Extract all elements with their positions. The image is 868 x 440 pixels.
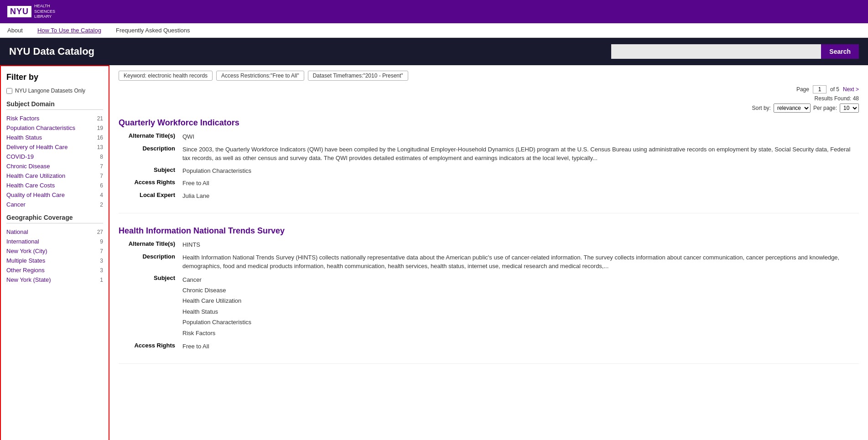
results-found: Results Found: 48 bbox=[119, 95, 859, 102]
dataset-row-alt-title-2: Alternate Title(s) HINTS bbox=[119, 240, 859, 249]
geo-item-count: 1 bbox=[100, 277, 103, 283]
geographic-coverage-list: National 27International 9New York (City… bbox=[6, 227, 103, 285]
sort-select[interactable]: relevance title date bbox=[774, 104, 811, 113]
search-input[interactable] bbox=[611, 44, 821, 59]
dataset-entry-1: Quarterly Workforce Indicators Alternate… bbox=[119, 118, 859, 213]
geo-item-label[interactable]: Other Regions bbox=[6, 267, 45, 274]
dataset-row-expert-1: Local Expert Julia Lane bbox=[119, 192, 859, 201]
list-item: Health Care Utilization 7 bbox=[6, 171, 103, 181]
subject-value-1: Population Characteristics bbox=[182, 166, 859, 176]
subject-item-label[interactable]: Health Care Costs bbox=[6, 182, 55, 189]
filter-tag-access[interactable]: Access Restrictions:"Free to All" bbox=[216, 71, 304, 81]
desc-value-2: Health Information National Trends Surve… bbox=[182, 253, 859, 271]
dataset-row-subject-1: Subject Population Characteristics bbox=[119, 166, 859, 176]
access-value-1: Free to All bbox=[182, 179, 859, 188]
active-filters: Keyword: electronic health records Acces… bbox=[119, 71, 859, 81]
filter-tag-timeframe[interactable]: Dataset Timeframes:"2010 - Present" bbox=[308, 71, 408, 81]
geo-item-count: 9 bbox=[100, 238, 103, 245]
search-button[interactable]: Search bbox=[821, 44, 859, 59]
subject-item-label[interactable]: Cancer bbox=[6, 201, 26, 208]
alt-title-value-1: QWI bbox=[182, 132, 859, 141]
nyu-langone-check[interactable]: NYU Langone Datasets Only bbox=[6, 88, 103, 94]
of-label: of 5 bbox=[830, 86, 839, 93]
geo-item-label[interactable]: International bbox=[6, 238, 39, 245]
subject-label-1: Subject bbox=[119, 166, 182, 176]
access-value-2: Free to All bbox=[182, 342, 859, 351]
subject-item-label[interactable]: Delivery of Health Care bbox=[6, 144, 68, 150]
catalog-header: NYU Data Catalog Search bbox=[0, 38, 868, 65]
list-item: Quality of Health Care 4 bbox=[6, 190, 103, 200]
subject-item-label[interactable]: Risk Factors bbox=[6, 115, 39, 122]
subject-value-item: Risk Factors bbox=[182, 328, 859, 338]
subject-item-count: 8 bbox=[100, 154, 103, 160]
subject-value-item: Cancer bbox=[182, 274, 859, 285]
nyu-logo: NYU HEALTH SCIENCES LIBRARY bbox=[7, 4, 55, 20]
subjects-value-2: CancerChronic DiseaseHealth Care Utiliza… bbox=[182, 274, 859, 338]
per-page-label: Per page: bbox=[813, 105, 837, 111]
subject-item-label[interactable]: Chronic Disease bbox=[6, 163, 50, 170]
geo-item-count: 7 bbox=[100, 248, 103, 254]
list-item: Risk Factors 21 bbox=[6, 114, 103, 123]
top-bar: NYU HEALTH SCIENCES LIBRARY bbox=[0, 0, 868, 23]
geo-item-count: 27 bbox=[97, 229, 103, 235]
nav-bar: About How To Use the Catalog Frequently … bbox=[0, 23, 868, 38]
catalog-title: NYU Data Catalog bbox=[9, 46, 94, 57]
sidebar: Filter by NYU Langone Datasets Only Subj… bbox=[0, 65, 109, 440]
list-item: Population Characteristics 19 bbox=[6, 123, 103, 133]
subject-domain-list: Risk Factors 21Population Characteristic… bbox=[6, 114, 103, 209]
sort-by-label: Sort by: bbox=[752, 105, 771, 111]
subject-item-count: 21 bbox=[97, 115, 103, 122]
dataset-row-subjects-2: Subject CancerChronic DiseaseHealth Care… bbox=[119, 274, 859, 338]
subject-item-count: 16 bbox=[97, 135, 103, 141]
list-item: Delivery of Health Care 13 bbox=[6, 142, 103, 152]
nav-faq[interactable]: Frequently Asked Questions bbox=[116, 27, 190, 34]
nav-how-to[interactable]: How To Use the Catalog bbox=[37, 27, 101, 34]
geo-item-count: 3 bbox=[100, 267, 103, 274]
nyu-logo-subtext: HEALTH SCIENCES LIBRARY bbox=[34, 4, 55, 20]
main-container: Filter by NYU Langone Datasets Only Subj… bbox=[0, 65, 868, 440]
subject-item-label[interactable]: Health Care Utilization bbox=[6, 172, 65, 179]
subject-value-item: Chronic Disease bbox=[182, 285, 859, 295]
dataset-row-desc-1: Description Since 2003, the Quarterly Wo… bbox=[119, 145, 859, 163]
list-item: Other Regions 3 bbox=[6, 265, 103, 275]
access-label-1: Access Rights bbox=[119, 179, 182, 188]
access-label-2: Access Rights bbox=[119, 342, 182, 351]
dataset-title-1[interactable]: Quarterly Workforce Indicators bbox=[119, 118, 859, 128]
filter-tag-keyword[interactable]: Keyword: electronic health records bbox=[119, 71, 213, 81]
desc-value-1: Since 2003, the Quarterly Workforce Indi… bbox=[182, 145, 859, 163]
subject-item-count: 19 bbox=[97, 125, 103, 131]
nav-about[interactable]: About bbox=[7, 27, 23, 34]
sort-area: Sort by: relevance title date Per page: … bbox=[119, 104, 859, 113]
subject-item-label[interactable]: COVID-19 bbox=[6, 153, 34, 160]
page-input[interactable] bbox=[813, 85, 826, 93]
list-item: New York (City) 7 bbox=[6, 246, 103, 256]
geo-item-label[interactable]: Multiple States bbox=[6, 257, 45, 264]
desc-label-1: Description bbox=[119, 145, 182, 163]
per-page-select[interactable]: 10 20 50 bbox=[840, 104, 859, 113]
geo-item-label[interactable]: National bbox=[6, 228, 28, 235]
dataset-title-2[interactable]: Health Information National Trends Surve… bbox=[119, 226, 859, 236]
desc-label-2: Description bbox=[119, 253, 182, 271]
dataset-row-alt-title-1: Alternate Title(s) QWI bbox=[119, 132, 859, 141]
dataset-row-access-1: Access Rights Free to All bbox=[119, 179, 859, 188]
subject-item-count: 2 bbox=[100, 202, 103, 208]
dataset-row-access-2: Access Rights Free to All bbox=[119, 342, 859, 351]
subject-value-item: Health Status bbox=[182, 306, 859, 317]
geo-item-count: 3 bbox=[100, 258, 103, 264]
list-item: Cancer 2 bbox=[6, 200, 103, 209]
subject-item-label[interactable]: Population Characteristics bbox=[6, 124, 75, 131]
list-item: Health Care Costs 6 bbox=[6, 181, 103, 190]
alt-title-label-1: Alternate Title(s) bbox=[119, 132, 182, 141]
nyu-langone-label: NYU Langone Datasets Only bbox=[15, 88, 85, 94]
nyu-langone-checkbox[interactable] bbox=[6, 88, 12, 94]
subject-item-label[interactable]: Quality of Health Care bbox=[6, 192, 65, 198]
subject-item-label[interactable]: Health Status bbox=[6, 134, 42, 141]
geo-item-label[interactable]: New York (City) bbox=[6, 248, 47, 254]
geographic-coverage-title: Geographic Coverage bbox=[6, 214, 103, 223]
subjects-label-2: Subject bbox=[119, 274, 182, 338]
geo-item-label[interactable]: New York (State) bbox=[6, 276, 51, 283]
page-label: Page bbox=[796, 86, 809, 93]
next-page-link[interactable]: Next > bbox=[843, 86, 859, 93]
subject-item-count: 4 bbox=[100, 192, 103, 198]
dataset-entry-2: Health Information National Trends Surve… bbox=[119, 226, 859, 364]
